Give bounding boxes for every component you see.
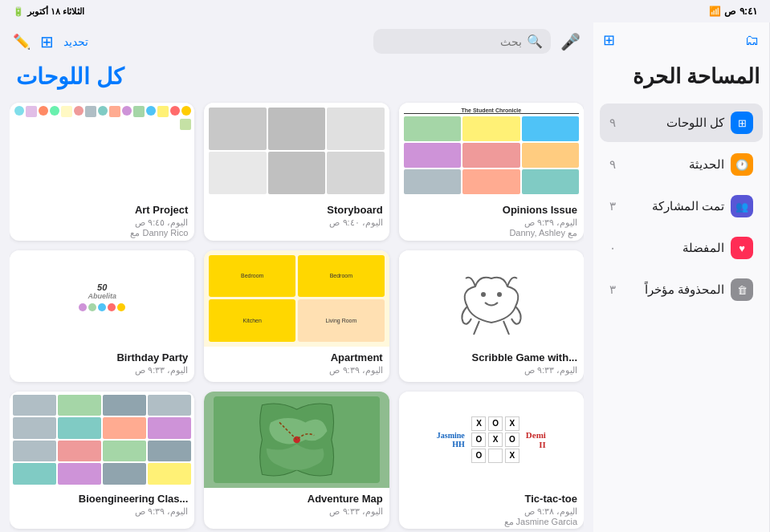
all-boards-count: ٩ — [609, 116, 616, 130]
note-thumbnail-opinions: The Student Chronicle — [399, 103, 584, 199]
note-info-art: Art Project اليوم، ٩:٤٥ ص Danny Rico مع — [10, 199, 194, 241]
note-thumbnail-bio — [10, 392, 194, 488]
sidebar-item-deleted[interactable]: 🗑 المحذوفة مؤخراً ٣ — [600, 270, 763, 309]
note-info-tictac: Tic-tac-toe اليوم، ٩:٣٨ ص Jasmine Garcia… — [399, 488, 584, 530]
note-card-map[interactable]: Adventure Map اليوم، ٩:٣٣ ص — [204, 392, 389, 530]
toolbar-left: تحديد ⊞ ✏️ — [13, 32, 88, 51]
sidebar-item-shared[interactable]: 👥 تمت المشاركة ٣ — [600, 187, 763, 225]
shared-icon: 👥 — [731, 195, 753, 217]
note-info-opinions: Opinions Issue اليوم، ٩:٣٩ ص مع Danny, A… — [399, 199, 584, 241]
note-info-scribble: ...Scribble Game with اليوم، ٩:٣٣ ص — [399, 347, 584, 382]
deleted-count: ٣ — [609, 282, 616, 297]
note-date-birthday: اليوم، ٩:٣٣ ص — [16, 365, 188, 376]
grid-icon[interactable]: ⊞ — [40, 32, 54, 51]
note-date-tictac: اليوم، ٩:٣٨ ص — [405, 506, 577, 517]
recent-label: الحديثة — [689, 157, 724, 172]
sidebar-item-all[interactable]: ⊞ كل اللوحات ٩ — [600, 104, 763, 142]
period-display: ص — [724, 6, 736, 17]
sidebar: 🗂 ⊞ المساحة الحرة ⊞ كل اللوحات ٩ 🕐 الحدي… — [593, 22, 770, 532]
note-date-storyboard: اليوم، ٩:٤٠ ص — [210, 217, 382, 228]
sidebar-item-all-left: ⊞ كل اللوحات — [666, 112, 753, 134]
note-date-art: اليوم، ٩:٤٥ ص — [16, 217, 188, 228]
note-info-birthday: Birthday Party اليوم، ٩:٣٣ ص — [10, 347, 194, 382]
note-info-apartment: Apartment اليوم، ٩:٣٩ ص — [204, 347, 389, 382]
app-container: 🗂 ⊞ المساحة الحرة ⊞ كل اللوحات ٩ 🕐 الحدي… — [0, 22, 770, 532]
note-card-tictac[interactable]: DemiII X O X O X O X O JasmineHH — [399, 392, 584, 530]
note-info-map: Adventure Map اليوم، ٩:٣٣ ص — [204, 488, 389, 523]
search-input[interactable] — [381, 35, 522, 48]
search-icon: 🔍 — [527, 34, 543, 49]
sidebar-item-recent-left: 🕐 الحديثة — [689, 153, 753, 176]
mic-icon[interactable]: 🎤 — [560, 32, 581, 51]
battery-icon: 🔋 — [13, 6, 24, 17]
note-author-art: Danny Rico مع — [16, 228, 188, 238]
time-display: ٩:٤١ — [739, 6, 757, 17]
note-thumbnail-apartment: Bedroom Bedroom Living Room Kitchen — [204, 250, 389, 347]
status-right: الثلاثاء ١٨ أكتوبر 🔋 — [13, 6, 84, 17]
note-date-bio: اليوم، ٩:٣٩ ص — [16, 506, 188, 517]
note-date-map: اليوم، ٩:٣٣ ص — [210, 506, 382, 517]
favorites-count: ٠ — [609, 241, 616, 255]
wifi-icon: 📶 — [709, 6, 721, 17]
note-thumbnail-birthday: 50 Abuelita — [10, 250, 194, 347]
all-boards-label: كل اللوحات — [666, 116, 724, 130]
sidebar-item-deleted-left: 🗑 المحذوفة مؤخراً — [645, 278, 753, 301]
deleted-icon: 🗑 — [731, 278, 753, 301]
note-card-opinions[interactable]: The Student Chronicle — [399, 103, 584, 241]
search-bar[interactable]: 🔍 — [373, 29, 551, 54]
note-title-bio: ...Bioengineering Clas — [16, 493, 188, 505]
recent-icon: 🕐 — [731, 153, 753, 176]
note-card-birthday[interactable]: 50 Abuelita Birthday Party اليوم، ٩:٣٣ — [10, 250, 194, 382]
note-thumbnail-art — [10, 103, 194, 199]
note-info-bio: ...Bioengineering Clas اليوم، ٩:٣٩ ص — [10, 488, 194, 523]
note-thumbnail-storyboard — [204, 103, 389, 199]
shared-count: ٣ — [609, 199, 616, 213]
select-button[interactable]: تحديد — [63, 35, 88, 48]
note-thumbnail-scribble — [399, 250, 584, 347]
layout-icon[interactable]: ⊞ — [603, 31, 615, 49]
note-title-birthday: Birthday Party — [16, 351, 188, 363]
note-title-storyboard: Storyboard — [210, 204, 382, 216]
note-title-opinions: Opinions Issue — [405, 204, 577, 216]
note-author-tictac: Jasmine Garcia مع — [405, 517, 577, 527]
note-title-map: Adventure Map — [210, 493, 382, 505]
sidebar-title: المساحة الحرة — [593, 58, 769, 102]
note-thumbnail-map — [204, 392, 389, 488]
compose-icon[interactable]: ✏️ — [13, 33, 31, 51]
favorites-label: المفضلة — [682, 241, 724, 255]
sidebar-item-favorites-left: ♥ المفضلة — [682, 237, 753, 259]
note-date-scribble: اليوم، ٩:٣٣ ص — [405, 365, 577, 376]
notes-panel: 🎤 🔍 تحديد ⊞ ✏️ كل اللوحات The — [0, 22, 593, 532]
archive-icon[interactable]: 🗂 — [745, 32, 760, 49]
status-bar: ٩:٤١ ص 📶 الثلاثاء ١٨ أكتوبر 🔋 — [0, 0, 770, 22]
sidebar-header: 🗂 ⊞ — [593, 22, 769, 58]
all-boards-icon: ⊞ — [731, 112, 753, 134]
toolbar: 🎤 🔍 تحديد ⊞ ✏️ — [10, 22, 584, 60]
note-card-storyboard[interactable]: Storyboard اليوم، ٩:٤٠ ص — [204, 103, 389, 241]
note-card-scribble[interactable]: ...Scribble Game with اليوم، ٩:٣٣ ص — [399, 250, 584, 382]
sidebar-item-recent[interactable]: 🕐 الحديثة ٩ — [600, 145, 763, 184]
shared-label: تمت المشاركة — [652, 199, 724, 213]
sidebar-item-shared-left: 👥 تمت المشاركة — [652, 195, 753, 217]
note-card-art[interactable]: Art Project اليوم، ٩:٤٥ ص Danny Rico مع — [10, 103, 194, 241]
note-card-apartment[interactable]: Bedroom Bedroom Living Room Kitchen Apar… — [204, 250, 389, 382]
note-card-bio[interactable]: ...Bioengineering Clas اليوم، ٩:٣٩ ص — [10, 392, 194, 530]
note-date-apartment: اليوم، ٩:٣٩ ص — [210, 365, 382, 376]
note-author-opinions: مع Danny, Ashley — [405, 228, 577, 238]
page-title: كل اللوحات — [10, 60, 584, 99]
favorites-icon: ♥ — [731, 237, 753, 259]
date-display: الثلاثاء ١٨ أكتوبر — [27, 6, 84, 17]
notes-grid: The Student Chronicle — [10, 99, 584, 532]
note-title-tictac: Tic-tac-toe — [405, 493, 577, 505]
note-info-storyboard: Storyboard اليوم، ٩:٤٠ ص — [204, 199, 389, 234]
note-title-art: Art Project — [16, 204, 188, 216]
svg-point-1 — [497, 292, 502, 297]
deleted-label: المحذوفة مؤخراً — [645, 282, 724, 297]
svg-point-0 — [481, 292, 486, 297]
note-date-opinions: اليوم، ٩:٣٩ ص — [405, 217, 577, 228]
recent-count: ٩ — [609, 157, 616, 172]
sidebar-item-favorites[interactable]: ♥ المفضلة ٠ — [600, 229, 763, 267]
status-left: ٩:٤١ ص 📶 — [709, 6, 757, 17]
note-title-apartment: Apartment — [210, 351, 382, 363]
note-thumbnail-tictac: DemiII X O X O X O X O JasmineHH — [399, 392, 584, 488]
